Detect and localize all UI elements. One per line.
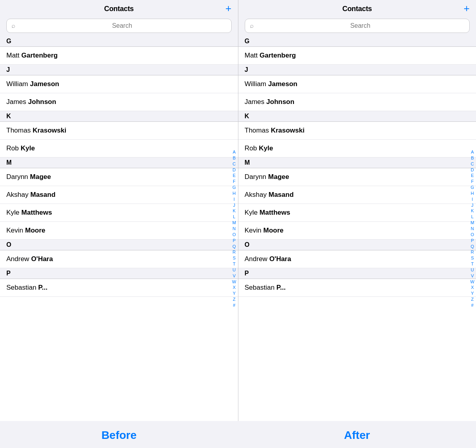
alpha-letter-D[interactable]: D [232,167,236,173]
alpha-letter-I[interactable]: I [472,196,473,202]
contact-row[interactable]: William Jameson [238,75,476,93]
contact-row[interactable]: Andrew O'Hara [238,250,476,268]
add-button-after[interactable]: + [464,3,470,13]
contact-row[interactable]: Thomas Krasowski [0,122,238,140]
alpha-letter-M[interactable]: M [232,220,236,226]
contact-last-name: Johnson [28,98,56,106]
alpha-letter-Q[interactable]: Q [232,243,236,249]
contact-row[interactable]: Kyle Matthews [0,204,238,222]
alpha-index-before[interactable]: ABCDEFGHIJKLMNOPQRSTUVWXYZ# [232,149,236,308]
alpha-letter-C[interactable]: C [471,161,474,167]
alpha-letter-X[interactable]: X [233,285,236,290]
alpha-letter-K[interactable]: K [233,208,236,214]
contact-first-name: Andrew [245,255,269,263]
contact-row[interactable]: Rob Kyle [238,140,476,158]
alpha-letter-S[interactable]: S [471,255,474,261]
alpha-letter-W[interactable]: W [470,279,474,285]
contact-first-name: Matt [245,52,260,59]
alpha-letter-#[interactable]: # [233,302,235,308]
search-bar-before[interactable]: ⌕ [6,19,232,33]
panels-container: Contacts+⌕GMatt GartenbergJWilliam James… [0,0,476,421]
alpha-letter-A[interactable]: A [471,149,474,155]
alpha-letter-F[interactable]: F [471,179,474,185]
contact-row[interactable]: Akshay Masand [238,186,476,204]
alpha-letter-Q[interactable]: Q [471,243,474,249]
alpha-letter-E[interactable]: E [233,173,236,179]
alpha-letter-O[interactable]: O [232,231,236,237]
alpha-letter-J[interactable]: J [233,202,236,208]
alpha-letter-H[interactable]: H [471,190,474,196]
alpha-letter-G[interactable]: G [232,185,236,190]
alpha-letter-N[interactable]: N [471,226,474,232]
alpha-letter-D[interactable]: D [471,167,474,173]
alpha-letter-P[interactable]: P [471,237,474,243]
search-icon: ⌕ [12,22,15,29]
search-input-before[interactable] [18,22,226,29]
section-header-before-G: G [0,36,238,47]
contact-row[interactable]: Sebastian P... [238,279,476,297]
contact-row[interactable]: Rob Kyle [0,140,238,158]
contact-row[interactable]: Darynn Magee [238,168,476,186]
contact-row[interactable]: James Johnson [238,93,476,111]
contact-row[interactable]: Kyle Matthews [238,204,476,222]
alpha-letter-H[interactable]: H [232,190,236,196]
alpha-letter-C[interactable]: C [232,161,236,167]
alpha-letter-A[interactable]: A [233,149,236,155]
alpha-letter-V[interactable]: V [233,273,236,279]
contact-row[interactable]: Andrew O'Hara [0,250,238,268]
search-icon: ⌕ [250,22,254,29]
alpha-letter-T[interactable]: T [233,261,236,267]
contact-last-name: Moore [25,227,45,234]
contact-last-name: Masand [30,191,55,198]
alpha-letter-U[interactable]: U [232,267,236,273]
contact-row[interactable]: Matt Gartenberg [0,47,238,65]
alpha-letter-W[interactable]: W [232,279,236,285]
alpha-letter-V[interactable]: V [471,273,474,279]
alpha-letter-E[interactable]: E [471,173,474,179]
alpha-letter-L[interactable]: L [233,214,235,220]
contact-row[interactable]: Kevin Moore [238,222,476,240]
contact-row[interactable]: William Jameson [0,75,238,93]
contact-row[interactable]: Akshay Masand [0,186,238,204]
alpha-letter-Y[interactable]: Y [233,290,236,296]
contact-row[interactable]: Sebastian P... [0,279,238,297]
search-container-before: ⌕ [0,16,238,36]
alpha-letter-R[interactable]: R [471,249,474,255]
alpha-letter-Z[interactable]: Z [233,296,236,302]
contact-row[interactable]: James Johnson [0,93,238,111]
alpha-letter-J[interactable]: J [471,202,474,208]
alpha-letter-R[interactable]: R [232,249,236,255]
alpha-letter-K[interactable]: K [471,208,474,214]
contact-first-name: Darynn [245,173,269,181]
alpha-letter-M[interactable]: M [470,220,474,226]
alpha-letter-G[interactable]: G [471,185,474,190]
alpha-letter-#[interactable]: # [471,302,474,308]
contact-row[interactable]: Darynn Magee [0,168,238,186]
contact-row[interactable]: Matt Gartenberg [238,47,476,65]
alpha-letter-B[interactable]: B [471,155,474,161]
alpha-letter-Y[interactable]: Y [471,290,474,296]
footer-row: Before After [0,421,476,448]
alpha-letter-T[interactable]: T [471,261,474,267]
alpha-index-after[interactable]: ABCDEFGHIJKLMNOPQRSTUVWXYZ# [470,149,474,308]
section-header-before-J: J [0,65,238,75]
contact-last-name: P... [276,284,286,291]
contact-row[interactable]: Kevin Moore [0,222,238,240]
add-button-before[interactable]: + [225,3,231,13]
alpha-letter-N[interactable]: N [232,226,236,232]
alpha-letter-U[interactable]: U [471,267,474,273]
alpha-letter-F[interactable]: F [233,179,236,185]
contact-last-name: Matthews [21,209,52,216]
section-header-after-J: J [238,65,476,75]
alpha-letter-I[interactable]: I [234,196,235,202]
alpha-letter-P[interactable]: P [233,237,236,243]
alpha-letter-Z[interactable]: Z [471,296,474,302]
alpha-letter-S[interactable]: S [233,255,236,261]
alpha-letter-O[interactable]: O [471,231,474,237]
alpha-letter-B[interactable]: B [233,155,236,161]
search-bar-after[interactable]: ⌕ [245,19,470,33]
alpha-letter-X[interactable]: X [471,285,474,290]
alpha-letter-L[interactable]: L [471,214,474,220]
search-input-after[interactable] [256,22,465,29]
contact-row[interactable]: Thomas Krasowski [238,122,476,140]
